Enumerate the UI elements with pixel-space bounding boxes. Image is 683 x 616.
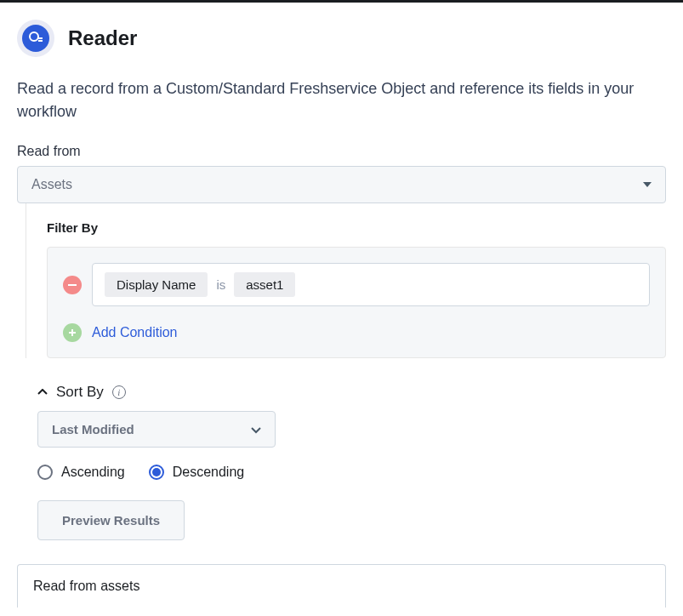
svg-point-0 [30, 32, 38, 41]
condition-value-chip: asset1 [234, 272, 295, 297]
read-from-label: Read from [17, 144, 666, 159]
condition-row: Display Name is asset1 [63, 263, 650, 306]
chevron-down-icon [643, 182, 652, 187]
main-container: Reader Read a record from a Custom/Stand… [0, 3, 683, 616]
radio-icon [37, 465, 53, 480]
description: Read a record from a Custom/Standard Fre… [17, 77, 666, 123]
chevron-up-icon [37, 389, 48, 396]
ascending-radio[interactable]: Ascending [37, 465, 125, 480]
descending-label: Descending [173, 465, 245, 480]
sort-header[interactable]: Sort By i [37, 384, 666, 401]
add-condition-button[interactable] [63, 323, 82, 342]
reader-icon [22, 25, 49, 52]
radio-icon-selected [149, 465, 164, 480]
reader-icon-wrapper [17, 20, 54, 57]
ascending-label: Ascending [61, 465, 125, 480]
info-icon[interactable]: i [112, 385, 126, 399]
page-title: Reader [68, 26, 137, 50]
filter-section: Filter By Display Name is asset1 [26, 203, 666, 358]
bottom-panel: Read from assets [17, 564, 666, 607]
add-condition-link[interactable]: Add Condition [92, 325, 178, 340]
sort-by-label: Sort By [56, 384, 104, 401]
read-from-select[interactable]: Assets [17, 166, 666, 203]
condition-operator: is [216, 277, 225, 292]
header: Reader [17, 20, 666, 57]
sort-by-select[interactable]: Last Modified [37, 411, 276, 448]
filter-panel: Display Name is asset1 Add Condition [47, 247, 666, 358]
condition-input[interactable]: Display Name is asset1 [92, 263, 650, 306]
read-from-value: Assets [31, 177, 72, 192]
descending-radio[interactable]: Descending [149, 465, 245, 480]
minus-icon [68, 284, 77, 286]
chevron-down-icon [251, 422, 261, 436]
remove-condition-button[interactable] [63, 276, 82, 294]
add-condition-row: Add Condition [63, 323, 650, 342]
plus-icon [67, 328, 77, 338]
sort-order-radio-group: Ascending Descending [37, 465, 666, 480]
preview-results-button[interactable]: Preview Results [37, 500, 185, 540]
bottom-panel-title: Read from assets [33, 579, 139, 593]
filter-by-label: Filter By [47, 220, 666, 235]
condition-field-chip: Display Name [105, 272, 208, 297]
sort-by-value: Last Modified [52, 422, 134, 436]
radio-dot [152, 468, 161, 476]
sort-section: Sort By i Last Modified Ascending Descen… [17, 384, 666, 540]
